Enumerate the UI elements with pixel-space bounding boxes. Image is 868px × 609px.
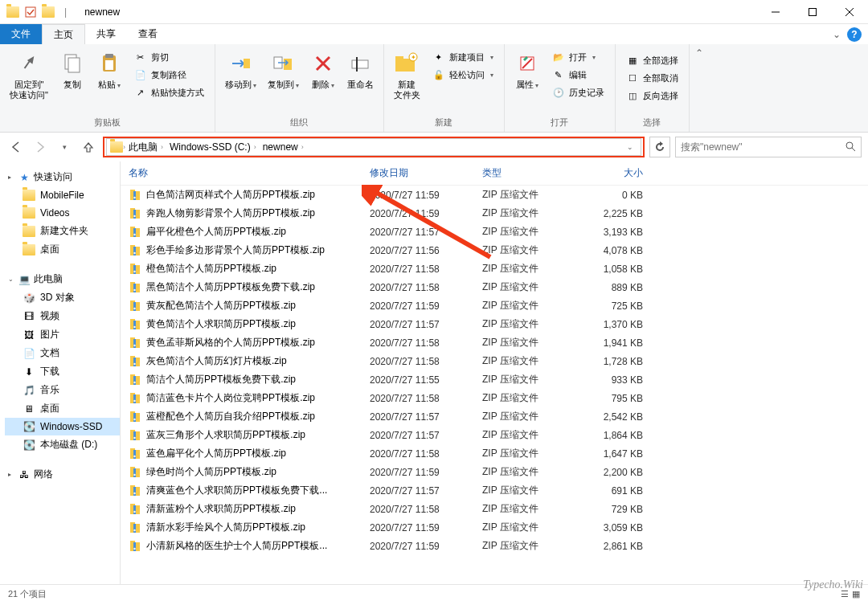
svg-line-23: [852, 148, 855, 151]
file-row[interactable]: 清新水彩手绘风个人简历PPT模板.zip2020/7/27 11:59ZIP 压…: [121, 518, 868, 537]
history-button[interactable]: 🕑历史记录: [548, 84, 608, 100]
cut-button[interactable]: ✂剪切: [130, 49, 208, 65]
recent-dropdown[interactable]: ▾: [55, 137, 74, 157]
zip-icon: [129, 263, 141, 276]
close-button[interactable]: [831, 0, 868, 24]
tab-home[interactable]: 主页: [42, 24, 85, 44]
file-row[interactable]: 彩色手绘多边形背景个人简历PPT模板.zip2020/7/27 11:56ZIP…: [121, 241, 868, 260]
copy-to-button[interactable]: 复制到▾: [263, 47, 304, 112]
file-name: 简洁蓝色卡片个人岗位竞聘PPT模板.zip: [146, 391, 315, 405]
tree-item[interactable]: 💽本地磁盘 (D:): [5, 435, 120, 454]
ribbon-chevron-icon[interactable]: ⌄: [833, 29, 841, 40]
column-headers[interactable]: 名称 修改日期 类型 大小: [121, 161, 868, 186]
open-button[interactable]: 📂打开▾: [548, 49, 608, 65]
col-name[interactable]: 名称: [129, 166, 370, 180]
tree-item[interactable]: 💽Windows-SSD: [5, 418, 120, 435]
file-row[interactable]: 小清新风格的医生护士个人简历PPT模板...2020/7/27 11:59ZIP…: [121, 537, 868, 555]
file-type: ZIP 压缩文件: [482, 391, 579, 405]
tree-item[interactable]: Videos: [5, 204, 120, 222]
invert-selection-button[interactable]: ◫反向选择: [622, 88, 682, 104]
file-date: 2020/7/27 11:58: [370, 337, 482, 349]
tree-item[interactable]: 🖼图片: [5, 325, 120, 344]
svg-rect-12: [284, 59, 292, 70]
navigation-tree[interactable]: ▸★快速访问 MobileFileVideos新建文件夹桌面 ⌄💻此电脑 🎲3D…: [0, 161, 121, 584]
col-type[interactable]: 类型: [482, 166, 579, 180]
tree-item[interactable]: 📄文档: [5, 344, 120, 362]
pin-to-quick-access-button[interactable]: 固定到" 快速访问": [5, 47, 53, 112]
select-all-icon: ▦: [626, 54, 639, 67]
checkbox-icon[interactable]: [24, 6, 37, 18]
up-button[interactable]: [79, 137, 98, 157]
paste-shortcut-button[interactable]: ↗粘贴快捷方式: [130, 84, 208, 100]
new-folder-button[interactable]: ✦新建 文件夹: [389, 47, 425, 112]
back-button[interactable]: [6, 137, 26, 157]
file-row[interactable]: 奔跑人物剪影背景个人简历PPT模板.zip2020/7/27 11:59ZIP …: [121, 204, 868, 223]
col-date[interactable]: 修改日期: [370, 166, 482, 180]
file-row[interactable]: 橙色简洁个人简历PPT模板.zip2020/7/27 11:58ZIP 压缩文件…: [121, 260, 868, 278]
file-row[interactable]: 黄灰配色简洁个人简历PPT模板.zip2020/7/27 11:59ZIP 压缩…: [121, 296, 868, 315]
tree-quick-access[interactable]: ▸★快速访问: [5, 168, 120, 186]
file-row[interactable]: 黄色简洁个人求职简历PPT模板.zip2020/7/27 11:57ZIP 压缩…: [121, 315, 868, 333]
address-dropdown[interactable]: ⌄: [623, 143, 637, 151]
delete-button[interactable]: 删除▾: [305, 47, 341, 112]
tree-network[interactable]: ▸🖧网络: [5, 465, 120, 484]
file-row[interactable]: 黑色简洁个人简历PPT模板免费下载.zip2020/7/27 11:58ZIP …: [121, 278, 868, 296]
search-input[interactable]: 搜索"newnew": [675, 137, 862, 157]
tree-this-pc[interactable]: ⌄💻此电脑: [5, 270, 120, 288]
tree-item[interactable]: 🎞视频: [5, 307, 120, 325]
minimize-button[interactable]: [757, 0, 794, 24]
file-row[interactable]: 清新蓝粉个人求职简历PPT模板.zip2020/7/27 11:58ZIP 压缩…: [121, 500, 868, 518]
breadcrumb-item[interactable]: 此电脑›: [125, 141, 166, 154]
address-bar[interactable]: › 此电脑› Windows-SSD (C:)› newnew› ⌄: [106, 138, 641, 156]
tree-item[interactable]: 🎵音乐: [5, 381, 120, 399]
forward-button[interactable]: [31, 137, 50, 157]
file-type: ZIP 压缩文件: [482, 484, 579, 497]
refresh-button[interactable]: [649, 137, 670, 157]
file-row[interactable]: 蓝橙配色个人简历自我介绍PPT模板.zip2020/7/27 11:57ZIP …: [121, 407, 868, 426]
file-row[interactable]: 简洁蓝色卡片个人岗位竞聘PPT模板.zip2020/7/27 11:58ZIP …: [121, 389, 868, 407]
tab-file[interactable]: 文件: [0, 24, 42, 44]
copy-path-button[interactable]: 📄复制路径: [130, 67, 208, 83]
tree-item[interactable]: 桌面: [5, 240, 120, 259]
col-size[interactable]: 大小: [579, 166, 643, 180]
tree-item[interactable]: 🖥桌面: [5, 399, 120, 418]
easy-access-icon: 🔓: [432, 68, 445, 81]
move-to-button[interactable]: 移动到▾: [220, 47, 261, 112]
properties-button[interactable]: 属性▾: [510, 47, 545, 112]
file-row[interactable]: 蓝色扁平化个人简历PPT模板.zip2020/7/27 11:58ZIP 压缩文…: [121, 444, 868, 463]
rename-button[interactable]: 重命名: [342, 47, 379, 112]
easy-access-button[interactable]: 🔓轻松访问▾: [428, 67, 497, 83]
file-row[interactable]: 白色简洁网页样式个人简历PPT模板.zip2020/7/27 11:59ZIP …: [121, 186, 868, 204]
file-row[interactable]: 绿色时尚个人简历PPT模板.zip2020/7/27 11:59ZIP 压缩文件…: [121, 463, 868, 481]
tab-share[interactable]: 共享: [85, 24, 127, 44]
tree-item[interactable]: 新建文件夹: [5, 222, 120, 240]
file-row[interactable]: 清爽蓝色个人求职简历PPT模板免费下载...2020/7/27 11:57ZIP…: [121, 481, 868, 500]
file-type: ZIP 压缩文件: [482, 373, 579, 386]
new-item-button[interactable]: ✦新建项目▾: [428, 49, 497, 65]
file-row[interactable]: 黄色孟菲斯风格的个人简历PPT模板.zip2020/7/27 11:58ZIP …: [121, 333, 868, 352]
file-type: ZIP 压缩文件: [482, 299, 579, 313]
folder-icon: [110, 141, 123, 153]
tree-item[interactable]: MobileFile: [5, 186, 120, 204]
file-row[interactable]: 蓝灰三角形个人求职简历PPT模板.zip2020/7/27 11:57ZIP 压…: [121, 426, 868, 444]
select-none-button[interactable]: ☐全部取消: [622, 70, 682, 86]
select-all-button[interactable]: ▦全部选择: [622, 52, 682, 68]
help-icon[interactable]: ?: [847, 27, 862, 42]
svg-rect-94: [133, 505, 136, 514]
tree-item[interactable]: 🎲3D 对象: [5, 288, 120, 307]
copy-button[interactable]: 复制: [55, 47, 90, 112]
file-size: 1,728 KB: [579, 356, 643, 367]
ribbon-minimize-icon[interactable]: ⌃: [690, 44, 709, 132]
edit-button[interactable]: ✎编辑: [548, 67, 608, 83]
maximize-button[interactable]: [794, 0, 831, 24]
svg-rect-2: [809, 8, 817, 15]
paste-button[interactable]: 粘贴▾: [92, 47, 127, 112]
scissors-icon: ✂: [134, 51, 147, 63]
breadcrumb-item[interactable]: Windows-SSD (C:)›: [166, 141, 260, 153]
file-row[interactable]: 扁平化橙色个人简历PPT模板.zip2020/7/27 11:57ZIP 压缩文…: [121, 223, 868, 241]
file-row[interactable]: 灰色简洁个人简历幻灯片模板.zip2020/7/27 11:58ZIP 压缩文件…: [121, 352, 868, 370]
tab-view[interactable]: 查看: [127, 24, 169, 44]
tree-item[interactable]: ⬇下载: [5, 362, 120, 381]
file-row[interactable]: 简洁个人简历PPT模板免费下载.zip2020/7/27 11:55ZIP 压缩…: [121, 370, 868, 389]
breadcrumb-item[interactable]: newnew›: [260, 141, 307, 153]
